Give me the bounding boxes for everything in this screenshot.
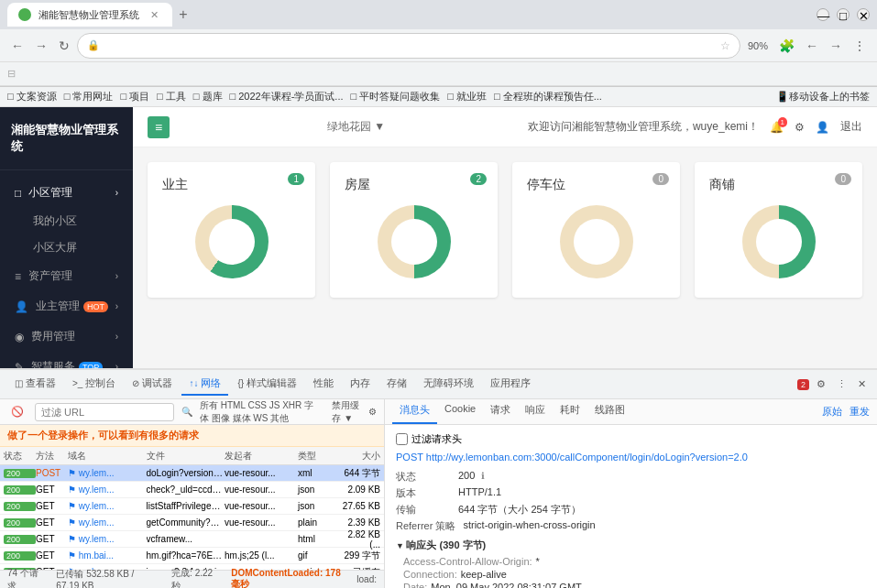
sidebar-item-smart[interactable]: ✎ 智慧服务 TOP › [0, 352, 133, 368]
nav-back-button[interactable]: ← [7, 37, 27, 55]
table-row[interactable]: 200 GET ⚑ wy.lem... check?_uld=ccdd00opi… [0, 482, 384, 498]
bookmark-pingshi[interactable]: □ 平时答疑问题收集 [351, 90, 441, 103]
resend-button[interactable]: 重发 [850, 405, 870, 419]
bookmark-changyong[interactable]: □ 常用网址 [64, 90, 114, 103]
user-icon[interactable]: 👤 [816, 121, 829, 134]
table-row[interactable]: 200 GET ⚑ wy.lem... vcframew... html 2.8… [0, 531, 384, 548]
detail-actions: 原始 重发 [822, 399, 870, 424]
tab-debugger[interactable]: ⊘ 调试器 [125, 373, 180, 396]
hamburger-button[interactable]: ≡ [148, 116, 170, 138]
col-file: 文件 [147, 450, 225, 463]
debugger-label: 调试器 [142, 376, 172, 390]
detail-tab-trace[interactable]: 线路图 [587, 399, 632, 424]
sidebar-item-fees[interactable]: ◉ 费用管理 › [0, 321, 133, 352]
detail-tab-cookie[interactable]: Cookie [437, 399, 483, 424]
window-minimize[interactable]: — [817, 8, 829, 21]
row-type-3: plain [298, 517, 334, 528]
transfer-val: 644 字节（大小 254 字节） [458, 503, 581, 517]
table-row[interactable]: 200 GET ⚑ wy.lem... getCommunity?_uld=cc… [0, 515, 384, 531]
response-headers-title[interactable]: 响应头 (390 字节) [396, 539, 866, 552]
devtools-more[interactable]: ⋮ [833, 376, 850, 392]
sidebar: 湘能智慧物业管理系统 □ 小区管理 › 我的小区 小区大屏 ≡ 资产管理 › [0, 107, 133, 368]
row-status-1: 200 [4, 485, 36, 495]
bookmark-tiku[interactable]: □ 题库 [193, 90, 223, 103]
filter-headers-row: 过滤请求头 [396, 432, 866, 446]
star-icon[interactable]: ☆ [720, 39, 730, 52]
menu-button[interactable]: ⋮ [850, 37, 870, 55]
detail-tab-request[interactable]: 请求 [483, 399, 518, 424]
detail-tab-response[interactable]: 响应 [518, 399, 553, 424]
tab-title: 湘能智慧物业管理系统 [38, 8, 139, 22]
tab-style-editor[interactable]: {} 样式编辑器 [230, 373, 304, 396]
bookmark-jiuyeban[interactable]: □ 就业班 [447, 90, 487, 103]
url-input[interactable]: wy.lemonban.com:3000 [104, 39, 717, 52]
row-method-0: POST [36, 468, 68, 478]
bookmark-mobile[interactable]: 📱移动设备上的书签 [776, 90, 870, 103]
row-type-5: gif [298, 550, 334, 561]
sidebar-item-assets[interactable]: ≡ 资产管理 › [0, 261, 133, 291]
settings-icon[interactable]: ⚙ [795, 121, 805, 134]
bookmarks-row: □ 文案资源 □ 常用网址 □ 项目 □ 工具 □ 题库 □ 2022年课程-学… [0, 87, 877, 107]
tab-console[interactable]: >_ 控制台 [65, 373, 123, 396]
tab-memory[interactable]: 内存 [343, 373, 378, 396]
bookmark-xiangmu[interactable]: □ 项目 [120, 90, 149, 103]
bookmark-gongju[interactable]: □ 工具 [157, 90, 186, 103]
resp-header-0: Access-Control-Allow-Origin: * [396, 556, 866, 567]
tab-network[interactable]: ↑↓ 网络 [181, 373, 228, 396]
my-community-label: 我的小区 [33, 214, 77, 227]
notification-button[interactable]: 🔔1 [770, 121, 784, 134]
owners-icon: 👤 [15, 300, 28, 313]
bookmark-2022[interactable]: □ 2022年课程-学员面试... [230, 90, 344, 103]
notif-count: 1 [778, 117, 787, 127]
bookmark-wenzi[interactable]: □ 文案资源 [7, 90, 57, 103]
main-content: ≡ 绿地花园 ▼ 欢迎访问湘能智慧物业管理系统，wuye_kemi！ 🔔1 ⚙ … [133, 107, 877, 368]
tab-accessibility[interactable]: 无障碍环境 [416, 373, 481, 396]
sidebar-item-community-screen[interactable]: 小区大屏 [0, 234, 133, 261]
filter-url-input[interactable] [35, 403, 174, 421]
card-owners-chart [162, 201, 301, 283]
tab-storage[interactable]: 存储 [379, 373, 414, 396]
window-maximize[interactable]: □ [837, 8, 850, 21]
sidebar-item-owners[interactable]: 👤 业主管理 HOT › [0, 291, 133, 321]
extensions-button[interactable]: 🧩 [775, 37, 798, 55]
clear-button[interactable]: 🚫 [7, 404, 27, 419]
sidebar-item-community[interactable]: □ 小区管理 › [0, 178, 133, 208]
filter-headers-checkbox[interactable] [396, 433, 408, 445]
header-right: 欢迎访问湘能智慧物业管理系统，wuye_kemi！ 🔔1 ⚙ 👤 退出 [528, 119, 862, 135]
nav-forward-button[interactable]: → [31, 37, 51, 55]
devtools-settings[interactable]: ⚙ [813, 376, 829, 392]
devtools-panel: ◫ 查看器 >_ 控制台 ⊘ 调试器 ↑↓ 网络 {} 样式编辑器 性能 [0, 368, 877, 588]
bookmark-quanchen[interactable]: □ 全程班的课程预告任... [494, 90, 602, 103]
owners-hot-badge: HOT [83, 301, 108, 312]
table-row[interactable]: 200 POST ⚑ wy.lem... doLogin?version=2.0… [0, 465, 384, 482]
debugger-icon: ⊘ [132, 378, 139, 388]
forward-button2[interactable]: → [826, 37, 846, 55]
detail-tab-headers[interactable]: 消息头 [392, 399, 437, 424]
table-row[interactable]: 200 GET ⚑ wy.lem... listStaffPrivileges?… [0, 498, 384, 515]
address-bar[interactable]: 🔒 wy.lemonban.com:3000 ☆ [77, 33, 740, 59]
back-button2[interactable]: ← [802, 37, 822, 55]
new-tab-button[interactable]: + [172, 4, 194, 26]
tab-close[interactable]: ✕ [150, 9, 159, 21]
status-help-icon[interactable]: ℹ [481, 471, 485, 481]
tab-performance[interactable]: 性能 [306, 373, 341, 396]
welcome-text: 欢迎访问湘能智慧物业管理系统，wuye_kemi！ [528, 119, 759, 135]
window-close[interactable]: ✕ [857, 8, 870, 21]
tab-inspector[interactable]: ◫ 查看器 [7, 373, 63, 396]
tab-application[interactable]: 应用程序 [483, 373, 538, 396]
raw-button[interactable]: 原始 [822, 405, 842, 419]
nav-refresh-button[interactable]: ↻ [55, 37, 73, 55]
logout-button[interactable]: 退出 [840, 119, 862, 135]
version-key: 版本 [396, 486, 451, 500]
alert-text: 做了一个登录操作，可以看到有很多的请求 [7, 430, 199, 441]
dom-loaded: DOMContentLoaded: 178 毫秒 [231, 568, 342, 588]
browser-tab[interactable]: 湘能智慧物业管理系统 ✕ [7, 3, 172, 27]
detail-tab-timing[interactable]: 耗时 [553, 399, 587, 424]
row-size-0: 644 字节 [334, 467, 380, 480]
resp-header-1: Connection: keep-alive [396, 569, 866, 580]
sidebar-item-my-community[interactable]: 我的小区 [0, 208, 133, 234]
table-row[interactable]: 200 GET ⚑ hm.bai... hm.gif?hca=76EB88C9A… [0, 548, 384, 564]
load-time: load: [356, 574, 377, 584]
chevron-right-assets: › [115, 271, 118, 281]
devtools-dock[interactable]: ✕ [854, 376, 870, 392]
